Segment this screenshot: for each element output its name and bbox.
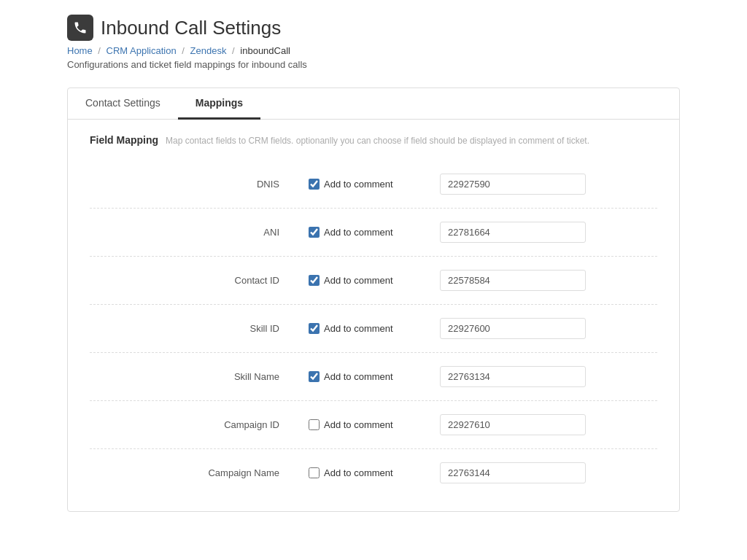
value-field-skill-id[interactable] (440, 318, 586, 339)
field-mapping-label: Field Mapping (90, 134, 158, 146)
value-field-campaign-name[interactable] (440, 462, 586, 483)
breadcrumb: Home / CRM Application / Zendesk / inbou… (67, 45, 680, 56)
mapping-row-skill-id: Skill ID Add to comment (90, 304, 657, 352)
checkbox-ani[interactable] (309, 227, 320, 238)
page-header: Inbound Call Settings (67, 15, 680, 41)
checkbox-label-dnis: Add to comment (324, 179, 393, 190)
mapping-table: DNIS Add to comment ANI Add to comment (90, 160, 657, 497)
checkbox-area-ani: Add to comment (309, 227, 440, 238)
checkbox-label-skill-name: Add to comment (324, 371, 393, 382)
checkbox-area-contact-id: Add to comment (309, 275, 440, 286)
mapping-row-contact-id: Contact ID Add to comment (90, 256, 657, 304)
checkbox-label-campaign-name: Add to comment (324, 467, 393, 478)
value-field-campaign-id[interactable] (440, 414, 586, 435)
mapping-row-campaign-name: Campaign Name Add to comment (90, 448, 657, 497)
field-mapping-description: Map contact fields to CRM fields. option… (166, 136, 589, 146)
mapping-row-skill-name: Skill Name Add to comment (90, 352, 657, 400)
breadcrumb-crm[interactable]: CRM Application (107, 45, 177, 56)
value-input-dnis (440, 174, 586, 195)
value-field-skill-name[interactable] (440, 366, 586, 387)
value-field-ani[interactable] (440, 222, 586, 243)
checkbox-label-campaign-id: Add to comment (324, 419, 393, 430)
field-label-ani: ANI (90, 227, 309, 238)
phone-icon (67, 15, 93, 41)
value-field-contact-id[interactable] (440, 270, 586, 291)
checkbox-label-skill-id: Add to comment (324, 323, 393, 334)
field-label-campaign-id: Campaign ID (90, 419, 309, 430)
field-label-skill-id: Skill ID (90, 323, 309, 334)
breadcrumb-home[interactable]: Home (67, 45, 93, 56)
breadcrumb-current: inboundCall (240, 45, 290, 56)
breadcrumb-separator-1: / (98, 45, 101, 56)
mapping-row-dnis: DNIS Add to comment (90, 160, 657, 208)
mapping-row-ani: ANI Add to comment (90, 208, 657, 256)
checkbox-area-skill-name: Add to comment (309, 371, 440, 382)
mapping-row-campaign-id: Campaign ID Add to comment (90, 400, 657, 448)
tabs-bar: Contact Settings Mappings (68, 88, 679, 120)
page-description: Configurations and ticket field mappings… (67, 59, 680, 70)
value-input-campaign-id (440, 414, 586, 435)
value-input-campaign-name (440, 462, 586, 483)
checkbox-contact-id[interactable] (309, 275, 320, 286)
field-label-contact-id: Contact ID (90, 275, 309, 286)
checkbox-campaign-id[interactable] (309, 419, 320, 430)
tab-mappings[interactable]: Mappings (178, 88, 260, 120)
field-mapping-header: Field Mapping Map contact fields to CRM … (90, 134, 657, 146)
breadcrumb-zendesk[interactable]: Zendesk (190, 45, 227, 56)
breadcrumb-separator-3: / (232, 45, 235, 56)
value-input-ani (440, 222, 586, 243)
field-label-dnis: DNIS (90, 179, 309, 190)
value-input-contact-id (440, 270, 586, 291)
checkbox-label-ani: Add to comment (324, 227, 393, 238)
checkbox-dnis[interactable] (309, 179, 320, 190)
checkbox-area-campaign-id: Add to comment (309, 419, 440, 430)
value-field-dnis[interactable] (440, 174, 586, 195)
breadcrumb-separator-2: / (182, 45, 185, 56)
page-wrapper: Inbound Call Settings Home / CRM Applica… (45, 0, 702, 526)
value-input-skill-id (440, 318, 586, 339)
checkbox-label-contact-id: Add to comment (324, 275, 393, 286)
value-input-skill-name (440, 366, 586, 387)
page-title: Inbound Call Settings (101, 17, 281, 39)
checkbox-area-skill-id: Add to comment (309, 323, 440, 334)
checkbox-area-campaign-name: Add to comment (309, 467, 440, 478)
tab-contact-settings[interactable]: Contact Settings (68, 88, 178, 120)
checkbox-campaign-name[interactable] (309, 467, 320, 478)
checkbox-skill-id[interactable] (309, 323, 320, 334)
checkbox-skill-name[interactable] (309, 371, 320, 382)
checkbox-area-dnis: Add to comment (309, 179, 440, 190)
tab-content-mappings: Field Mapping Map contact fields to CRM … (68, 120, 679, 511)
settings-card: Contact Settings Mappings Field Mapping … (67, 88, 680, 512)
field-label-skill-name: Skill Name (90, 371, 309, 382)
field-label-campaign-name: Campaign Name (90, 467, 309, 478)
